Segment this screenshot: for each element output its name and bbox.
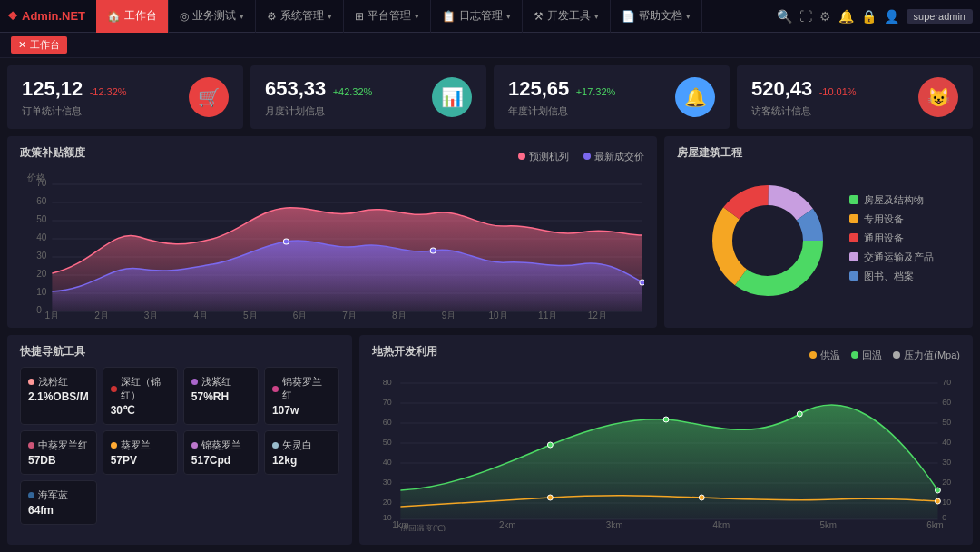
platform-icon: ⊞ <box>355 10 364 23</box>
fullscreen-icon[interactable]: ⛶ <box>799 9 812 24</box>
svg-text:40: 40 <box>942 438 951 447</box>
svg-text:6月: 6月 <box>293 310 308 319</box>
svg-text:0: 0 <box>36 305 42 315</box>
tool-item-8[interactable]: 海军蓝 64fm <box>20 480 97 525</box>
tool-value-2: 57%RH <box>191 390 250 403</box>
donut-color-3 <box>849 252 858 261</box>
tool-item-7[interactable]: 矢灵白 12kg <box>264 430 339 475</box>
svg-text:60: 60 <box>36 196 47 206</box>
nav-tab-logs[interactable]: 📋 日志管理 ▾ <box>431 0 523 33</box>
tool-dot-7 <box>272 442 279 448</box>
stat-number-visitors: 520,43 <box>751 77 812 100</box>
business-icon: ◎ <box>180 10 189 23</box>
svg-text:价格: 价格 <box>26 173 45 182</box>
tool-name-0: 浅粉红 <box>28 375 89 389</box>
svg-text:12月: 12月 <box>588 310 607 319</box>
tool-value-4: 57DB <box>28 454 89 467</box>
platform-arrow: ▾ <box>415 12 419 21</box>
svg-point-37 <box>733 206 802 275</box>
stat-label-orders: 订单统计信息 <box>22 104 127 118</box>
stat-icon-monthly: 📊 <box>432 77 472 117</box>
area-chart-svg: 80 70 60 50 40 30 20 10 70 60 50 40 30 2… <box>372 372 960 531</box>
tool-dot-1 <box>111 386 117 392</box>
user-icon[interactable]: 👤 <box>884 9 899 24</box>
tool-value-3: 107w <box>272 404 331 417</box>
nav-tab-platform[interactable]: ⊞ 平台管理 ▾ <box>344 0 431 33</box>
nav-tab-devtools[interactable]: ⚒ 开发工具 ▾ <box>523 0 611 33</box>
settings-icon[interactable]: ⚙ <box>819 9 831 24</box>
stat-label-annual: 年度计划信息 <box>508 104 615 118</box>
app-logo: ❖ Admin.NET <box>7 9 85 23</box>
nav-tab-system[interactable]: ⚙ 系统管理 ▾ <box>256 0 344 33</box>
docs-arrow: ▾ <box>686 12 691 21</box>
svg-text:40: 40 <box>383 458 392 467</box>
tool-item-0[interactable]: 浅粉红 2.1%OBS/M <box>20 367 97 425</box>
donut-chart-card: 房屋建筑工程 房屋及结构物 <box>664 136 973 328</box>
devtools-arrow: ▾ <box>594 12 599 21</box>
svg-text:50: 50 <box>36 214 47 224</box>
logo-text: Admin.NET <box>22 9 85 23</box>
breadcrumb-close-icon[interactable]: ✕ <box>18 39 26 51</box>
svg-text:70: 70 <box>942 378 951 387</box>
top-navigation: ❖ Admin.NET 🏠 工作台 ◎ 业务测试 ▾ ⚙ 系统管理 ▾ ⊞ 平台… <box>0 0 980 33</box>
stat-card-visitors: 520,43 -10.01% 访客统计信息 😺 <box>737 65 973 129</box>
tool-item-6[interactable]: 锦葵罗兰 517Cpd <box>183 430 259 475</box>
tool-dot-6 <box>191 442 198 448</box>
workbench-icon: 🏠 <box>107 10 121 23</box>
nav-tab-workbench[interactable]: 🏠 工作台 <box>96 0 169 33</box>
lock-icon[interactable]: 🔒 <box>861 9 877 24</box>
stat-info-orders: 125,12 -12.32% 订单统计信息 <box>22 77 127 118</box>
tool-name-8: 海军蓝 <box>28 488 89 502</box>
tools-grid: 浅粉红 2.1%OBS/M 深红（锦红） 30℃ 浅紫红 <box>20 367 339 525</box>
svg-text:20: 20 <box>36 269 47 279</box>
tool-name-1: 深红（锦红） <box>111 375 170 402</box>
stat-info-annual: 125,65 +17.32% 年度计划信息 <box>508 77 615 118</box>
line-chart-title: 政策补贴额度 <box>20 145 85 161</box>
tool-name-7: 矢灵白 <box>272 439 331 452</box>
stat-card-annual: 125,65 +17.32% 年度计划信息 🔔 <box>494 65 730 129</box>
donut-legend-item-0: 房屋及结构物 <box>849 193 934 207</box>
tool-dot-2 <box>191 379 198 385</box>
svg-text:5km: 5km <box>819 520 837 530</box>
donut-legend-item-1: 专用设备 <box>849 212 934 226</box>
tool-dot-3 <box>272 386 279 392</box>
svg-text:3km: 3km <box>606 520 623 530</box>
tool-item-1[interactable]: 深红（锦红） 30℃ <box>103 367 178 425</box>
svg-text:20: 20 <box>383 498 392 507</box>
nav-tab-business[interactable]: ◎ 业务测试 ▾ <box>169 0 256 33</box>
logs-icon: 📋 <box>442 10 456 23</box>
svg-text:11月: 11月 <box>538 310 557 319</box>
search-icon[interactable]: 🔍 <box>777 9 792 24</box>
user-badge[interactable]: superadmin <box>906 9 973 24</box>
main-content: 125,12 -12.32% 订单统计信息 🛒 653,33 +42.32% 月… <box>0 58 980 552</box>
svg-text:60: 60 <box>383 418 392 427</box>
donut-legend: 房屋及结构物 专用设备 通用设备 交通运输及产品 <box>849 193 934 289</box>
logs-arrow: ▾ <box>506 12 511 21</box>
tool-item-4[interactable]: 中葵罗兰红 57DB <box>20 430 97 475</box>
donut-color-0 <box>849 195 858 204</box>
system-arrow: ▾ <box>328 12 332 21</box>
charts-row: 政策补贴额度 预测机列 最新成交价 70 60 50 40 30 20 10 0 <box>7 136 973 328</box>
tool-item-3[interactable]: 锦葵罗兰红 107w <box>264 367 339 425</box>
svg-text:80: 80 <box>383 378 392 387</box>
svg-point-17 <box>430 248 436 253</box>
line-chart-svg: 70 60 50 40 30 20 10 0 <box>20 173 644 319</box>
area-chart-card: 地热开发利用 供温 回温 压力值(Mpa) 80 <box>359 335 973 545</box>
donut-svg <box>704 177 831 304</box>
svg-text:20: 20 <box>942 478 951 487</box>
tool-item-2[interactable]: 浅紫红 57%RH <box>183 367 259 425</box>
tool-value-5: 57PV <box>111 454 170 467</box>
bell-icon[interactable]: 🔔 <box>838 9 854 24</box>
line-chart-card: 政策补贴额度 预测机列 最新成交价 70 60 50 40 30 20 10 0 <box>7 136 657 328</box>
svg-point-65 <box>936 488 941 493</box>
logo-icon: ❖ <box>7 9 18 23</box>
svg-point-18 <box>640 280 644 285</box>
area-legend-return: 回温 <box>851 349 882 362</box>
stats-row: 125,12 -12.32% 订单统计信息 🛒 653,33 +42.32% 月… <box>7 65 973 129</box>
stat-change-annual: +17.32% <box>576 86 616 97</box>
tool-item-5[interactable]: 葵罗兰 57PV <box>103 430 178 475</box>
breadcrumb-label: 工作台 <box>30 38 60 52</box>
tool-dot-8 <box>28 492 34 498</box>
nav-tab-docs[interactable]: 📄 帮助文档 ▾ <box>611 0 702 33</box>
tool-name-2: 浅紫红 <box>191 375 250 389</box>
